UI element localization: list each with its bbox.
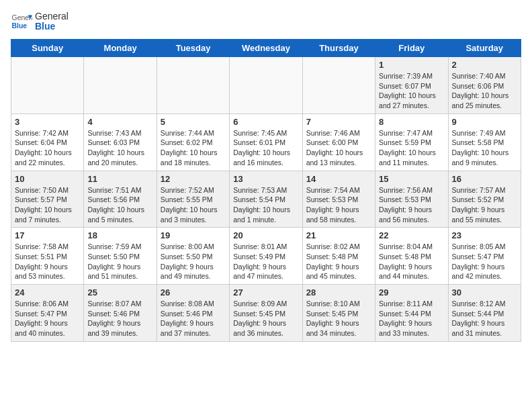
day-info: Sunrise: 7:43 AM Sunset: 6:03 PM Dayligh…: [87, 128, 152, 168]
weekday-header-wednesday: Wednesday: [230, 40, 302, 57]
calendar-cell: 23Sunrise: 8:05 AM Sunset: 5:47 PM Dayli…: [448, 228, 521, 285]
day-number: 24: [15, 287, 80, 298]
day-info: Sunrise: 7:58 AM Sunset: 5:51 PM Dayligh…: [15, 242, 80, 281]
day-info: Sunrise: 8:08 AM Sunset: 5:46 PM Dayligh…: [161, 299, 226, 338]
day-info: Sunrise: 7:52 AM Sunset: 5:55 PM Dayligh…: [161, 185, 226, 225]
day-number: 30: [452, 287, 517, 298]
calendar-cell: 3Sunrise: 7:42 AM Sunset: 6:04 PM Daylig…: [11, 113, 84, 171]
day-number: 5: [161, 117, 226, 127]
calendar-cell: [157, 57, 229, 114]
day-info: Sunrise: 7:46 AM Sunset: 6:00 PM Dayligh…: [306, 128, 371, 168]
day-info: Sunrise: 8:00 AM Sunset: 5:50 PM Dayligh…: [161, 242, 226, 281]
day-info: Sunrise: 8:04 AM Sunset: 5:48 PM Dayligh…: [379, 242, 444, 281]
calendar-cell: 1Sunrise: 7:39 AM Sunset: 6:07 PM Daylig…: [375, 57, 448, 114]
day-number: 26: [161, 287, 226, 298]
day-info: Sunrise: 7:44 AM Sunset: 6:02 PM Dayligh…: [161, 128, 226, 168]
weekday-header-monday: Monday: [84, 40, 157, 57]
calendar-cell: 21Sunrise: 8:02 AM Sunset: 5:48 PM Dayli…: [302, 228, 375, 285]
day-info: Sunrise: 7:40 AM Sunset: 6:06 PM Dayligh…: [452, 71, 517, 111]
day-info: Sunrise: 8:01 AM Sunset: 5:49 PM Dayligh…: [233, 242, 298, 281]
day-info: Sunrise: 8:09 AM Sunset: 5:45 PM Dayligh…: [233, 299, 298, 338]
day-number: 28: [306, 287, 371, 298]
calendar-cell: 15Sunrise: 7:56 AM Sunset: 5:53 PM Dayli…: [375, 171, 448, 228]
day-number: 14: [306, 174, 371, 184]
day-info: Sunrise: 8:07 AM Sunset: 5:46 PM Dayligh…: [87, 299, 152, 338]
calendar-cell: 13Sunrise: 7:53 AM Sunset: 5:54 PM Dayli…: [230, 171, 302, 228]
calendar-cell: 18Sunrise: 7:59 AM Sunset: 5:50 PM Dayli…: [84, 228, 157, 285]
day-info: Sunrise: 7:45 AM Sunset: 6:01 PM Dayligh…: [233, 128, 298, 168]
day-info: Sunrise: 8:02 AM Sunset: 5:48 PM Dayligh…: [306, 242, 371, 281]
day-number: 15: [379, 174, 444, 184]
day-number: 22: [379, 230, 444, 240]
calendar-cell: [84, 57, 157, 114]
calendar-cell: 6Sunrise: 7:45 AM Sunset: 6:01 PM Daylig…: [230, 113, 302, 171]
day-info: Sunrise: 7:54 AM Sunset: 5:53 PM Dayligh…: [306, 185, 371, 225]
day-info: Sunrise: 7:56 AM Sunset: 5:53 PM Dayligh…: [379, 185, 444, 225]
calendar-cell: [11, 57, 84, 114]
calendar-table: SundayMondayTuesdayWednesdayThursdayFrid…: [11, 39, 521, 342]
day-number: 9: [452, 117, 517, 127]
calendar-cell: 14Sunrise: 7:54 AM Sunset: 5:53 PM Dayli…: [302, 171, 375, 228]
calendar-cell: 19Sunrise: 8:00 AM Sunset: 5:50 PM Dayli…: [157, 228, 229, 285]
svg-text:Blue: Blue: [12, 22, 28, 30]
weekday-header-friday: Friday: [375, 40, 448, 57]
day-number: 12: [161, 174, 226, 184]
day-info: Sunrise: 8:11 AM Sunset: 5:44 PM Dayligh…: [379, 299, 444, 338]
day-number: 23: [452, 230, 517, 240]
day-number: 29: [379, 287, 444, 298]
calendar-cell: [230, 57, 302, 114]
day-info: Sunrise: 8:06 AM Sunset: 5:47 PM Dayligh…: [15, 299, 80, 338]
day-info: Sunrise: 8:05 AM Sunset: 5:47 PM Dayligh…: [452, 242, 517, 281]
day-info: Sunrise: 7:53 AM Sunset: 5:54 PM Dayligh…: [233, 185, 298, 225]
calendar-cell: [302, 57, 375, 114]
day-number: 13: [233, 174, 298, 184]
calendar-cell: 17Sunrise: 7:58 AM Sunset: 5:51 PM Dayli…: [11, 228, 84, 285]
calendar-cell: 2Sunrise: 7:40 AM Sunset: 6:06 PM Daylig…: [448, 57, 521, 114]
day-number: 25: [87, 287, 152, 298]
day-number: 6: [233, 117, 298, 127]
weekday-header-sunday: Sunday: [11, 40, 84, 57]
day-info: Sunrise: 8:12 AM Sunset: 5:44 PM Dayligh…: [452, 299, 517, 338]
day-number: 16: [452, 174, 517, 184]
day-number: 11: [87, 174, 152, 184]
day-number: 18: [87, 230, 152, 240]
day-info: Sunrise: 7:51 AM Sunset: 5:56 PM Dayligh…: [87, 185, 152, 225]
calendar-cell: 30Sunrise: 8:12 AM Sunset: 5:44 PM Dayli…: [448, 285, 521, 342]
logo: General Blue General Blue: [11, 11, 69, 32]
weekday-header-saturday: Saturday: [448, 40, 521, 57]
day-number: 1: [379, 60, 444, 70]
day-number: 10: [15, 174, 80, 184]
weekday-header-thursday: Thursday: [302, 40, 375, 57]
day-number: 17: [15, 230, 80, 240]
day-number: 20: [233, 230, 298, 240]
calendar-cell: 24Sunrise: 8:06 AM Sunset: 5:47 PM Dayli…: [11, 285, 84, 342]
calendar-cell: 22Sunrise: 8:04 AM Sunset: 5:48 PM Dayli…: [375, 228, 448, 285]
weekday-header-tuesday: Tuesday: [157, 40, 229, 57]
calendar-cell: 10Sunrise: 7:50 AM Sunset: 5:57 PM Dayli…: [11, 171, 84, 228]
calendar-cell: 11Sunrise: 7:51 AM Sunset: 5:56 PM Dayli…: [84, 171, 157, 228]
day-info: Sunrise: 7:49 AM Sunset: 5:58 PM Dayligh…: [452, 128, 517, 168]
day-info: Sunrise: 7:42 AM Sunset: 6:04 PM Dayligh…: [15, 128, 80, 168]
calendar-cell: 26Sunrise: 8:08 AM Sunset: 5:46 PM Dayli…: [157, 285, 229, 342]
calendar-cell: 9Sunrise: 7:49 AM Sunset: 5:58 PM Daylig…: [448, 113, 521, 171]
calendar-cell: 4Sunrise: 7:43 AM Sunset: 6:03 PM Daylig…: [84, 113, 157, 171]
day-number: 27: [233, 287, 298, 298]
calendar-cell: 12Sunrise: 7:52 AM Sunset: 5:55 PM Dayli…: [157, 171, 229, 228]
day-info: Sunrise: 7:57 AM Sunset: 5:52 PM Dayligh…: [452, 185, 517, 225]
day-info: Sunrise: 7:39 AM Sunset: 6:07 PM Dayligh…: [379, 71, 444, 111]
day-number: 7: [306, 117, 371, 127]
day-number: 4: [87, 117, 152, 127]
calendar-cell: 7Sunrise: 7:46 AM Sunset: 6:00 PM Daylig…: [302, 113, 375, 171]
day-number: 2: [452, 60, 517, 70]
calendar-cell: 25Sunrise: 8:07 AM Sunset: 5:46 PM Dayli…: [84, 285, 157, 342]
day-info: Sunrise: 7:59 AM Sunset: 5:50 PM Dayligh…: [87, 242, 152, 281]
calendar-cell: 20Sunrise: 8:01 AM Sunset: 5:49 PM Dayli…: [230, 228, 302, 285]
day-info: Sunrise: 8:10 AM Sunset: 5:45 PM Dayligh…: [306, 299, 371, 338]
day-info: Sunrise: 7:50 AM Sunset: 5:57 PM Dayligh…: [15, 185, 80, 225]
day-number: 8: [379, 117, 444, 127]
calendar-cell: 16Sunrise: 7:57 AM Sunset: 5:52 PM Dayli…: [448, 171, 521, 228]
day-number: 19: [161, 230, 226, 240]
day-number: 3: [15, 117, 80, 127]
calendar-cell: 28Sunrise: 8:10 AM Sunset: 5:45 PM Dayli…: [302, 285, 375, 342]
day-number: 21: [306, 230, 371, 240]
